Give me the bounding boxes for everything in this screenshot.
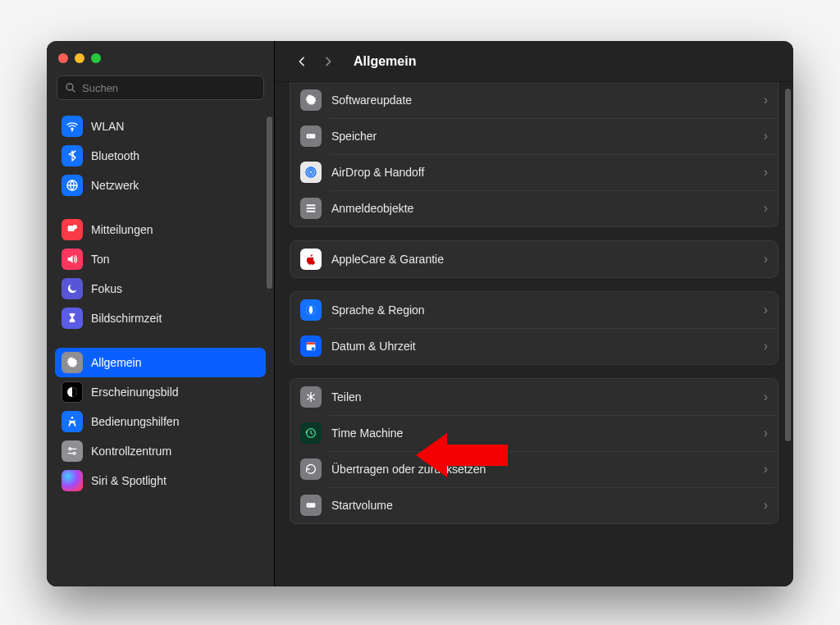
search-icon bbox=[64, 81, 77, 94]
content-scrollbar[interactable] bbox=[785, 89, 791, 441]
moon-icon bbox=[62, 278, 83, 299]
close-window-button[interactable] bbox=[58, 53, 68, 63]
hourglass-icon bbox=[62, 308, 83, 329]
settings-row--bertragen-oder-zur-cksetzen[interactable]: Übertragen oder zurücksetzen› bbox=[290, 451, 778, 487]
settings-row-speicher[interactable]: Speicher› bbox=[290, 118, 778, 154]
svg-rect-29 bbox=[307, 503, 316, 507]
minimize-window-button[interactable] bbox=[75, 53, 84, 63]
svg-point-8 bbox=[71, 417, 74, 419]
main-panel: Allgemein Softwareupdate›Speicher›AirDro… bbox=[275, 41, 793, 586]
settings-row-softwareupdate[interactable]: Softwareupdate› bbox=[290, 82, 778, 118]
cc-icon bbox=[62, 440, 83, 462]
svg-rect-22 bbox=[307, 211, 316, 212]
settings-section: Softwareupdate›Speicher›AirDrop & Handof… bbox=[290, 82, 778, 227]
main-header: Allgemein bbox=[275, 41, 793, 82]
sidebar-item-label: WLAN bbox=[91, 120, 124, 133]
settings-row-label: Übertragen oder zurücksetzen bbox=[331, 463, 486, 476]
sidebar-item-label: Bedienungshilfen bbox=[91, 415, 179, 428]
settings-section: Sprache & Region›Datum & Uhrzeit› bbox=[290, 291, 778, 365]
sidebar-item-label: Mitteilungen bbox=[91, 223, 153, 236]
settings-row-datum-uhrzeit[interactable]: Datum & Uhrzeit› bbox=[290, 328, 778, 364]
share-icon bbox=[300, 386, 322, 408]
svg-point-26 bbox=[312, 347, 315, 350]
svg-point-27 bbox=[309, 395, 313, 399]
settings-row-airdrop-handoff[interactable]: AirDrop & Handoff› bbox=[290, 154, 778, 190]
zoom-window-button[interactable] bbox=[91, 53, 101, 63]
sidebar-item-wlan[interactable]: WLAN bbox=[55, 112, 266, 141]
tm-icon bbox=[300, 422, 322, 444]
settings-row-label: Anmeldeobjekte bbox=[331, 202, 413, 215]
sidebar-item-kontrollzentrum[interactable]: Kontrollzentrum bbox=[55, 436, 266, 466]
sidebar-item-netzwerk[interactable]: Netzwerk bbox=[55, 171, 266, 200]
settings-section: Teilen›Time Machine›Übertragen oder zurü… bbox=[290, 378, 778, 524]
sidebar: WLANBluetoothNetzwerkMitteilungenTonFoku… bbox=[47, 41, 275, 586]
sidebar-item-label: Bluetooth bbox=[91, 149, 139, 162]
chevron-right-icon: › bbox=[764, 129, 768, 144]
cal-icon bbox=[300, 335, 322, 357]
sidebar-item-allgemein[interactable]: Allgemein bbox=[55, 348, 266, 377]
sidebar-item-fokus[interactable]: Fokus bbox=[55, 274, 266, 303]
svg-point-16 bbox=[308, 135, 309, 136]
sidebar-item-label: Erscheinungsbild bbox=[91, 385, 179, 399]
settings-window: WLANBluetoothNetzwerkMitteilungenTonFoku… bbox=[47, 41, 793, 586]
svg-line-1 bbox=[72, 89, 75, 92]
sidebar-item-bluetooth[interactable]: Bluetooth bbox=[55, 141, 266, 171]
svg-rect-21 bbox=[307, 208, 316, 209]
back-button[interactable] bbox=[291, 49, 313, 74]
svg-rect-20 bbox=[307, 204, 316, 206]
chevron-right-icon: › bbox=[764, 201, 768, 216]
svg-point-0 bbox=[66, 84, 73, 90]
sidebar-item-label: Siri & Spotlight bbox=[91, 474, 167, 487]
list-icon bbox=[300, 198, 322, 219]
settings-row-teilen[interactable]: Teilen› bbox=[290, 379, 778, 415]
search-field[interactable] bbox=[57, 75, 264, 100]
airdrop-icon bbox=[300, 162, 322, 183]
settings-row-startvolume[interactable]: Startvolume› bbox=[290, 487, 778, 523]
sound-icon bbox=[62, 249, 83, 270]
search-input[interactable] bbox=[82, 82, 257, 94]
sidebar-item-mitteilungen[interactable]: Mitteilungen bbox=[55, 215, 266, 244]
svg-rect-25 bbox=[307, 342, 316, 344]
disk-icon bbox=[300, 495, 322, 516]
apple-icon bbox=[300, 249, 322, 270]
svg-point-2 bbox=[71, 130, 72, 130]
settings-row-sprache-region[interactable]: Sprache & Region› bbox=[290, 292, 778, 328]
settings-row-label: Time Machine bbox=[331, 427, 403, 440]
sidebar-item-bildschirmzeit[interactable]: Bildschirmzeit bbox=[55, 303, 266, 333]
reset-icon bbox=[300, 458, 322, 480]
gear-icon bbox=[300, 89, 322, 111]
svg-point-13 bbox=[67, 476, 77, 486]
settings-row-label: Sprache & Region bbox=[331, 303, 425, 317]
access-icon bbox=[62, 411, 83, 432]
chevron-right-icon: › bbox=[764, 339, 768, 354]
chevron-right-icon: › bbox=[764, 426, 768, 440]
chevron-right-icon: › bbox=[764, 165, 768, 180]
settings-row-label: AppleCare & Garantie bbox=[331, 253, 444, 266]
sidebar-item-ton[interactable]: Ton bbox=[55, 244, 266, 274]
svg-point-18 bbox=[308, 169, 314, 176]
titlebar bbox=[47, 41, 274, 75]
chevron-right-icon: › bbox=[764, 93, 768, 107]
settings-row-time-machine[interactable]: Time Machine› bbox=[290, 415, 778, 451]
sidebar-item-erscheinungsbild[interactable]: Erscheinungsbild bbox=[55, 377, 266, 407]
svg-point-11 bbox=[73, 452, 75, 454]
settings-row-label: Startvolume bbox=[331, 499, 393, 512]
settings-row-label: AirDrop & Handoff bbox=[331, 166, 424, 179]
sidebar-item-label: Bildschirmzeit bbox=[91, 312, 162, 325]
settings-row-anmeldeobjekte[interactable]: Anmeldeobjekte› bbox=[290, 190, 778, 226]
chevron-right-icon: › bbox=[764, 252, 768, 267]
disk-icon bbox=[300, 125, 322, 147]
svg-point-30 bbox=[308, 504, 309, 505]
sidebar-scrollbar[interactable] bbox=[267, 116, 272, 289]
bt-icon bbox=[62, 145, 83, 167]
settings-row-applecare-garantie[interactable]: AppleCare & Garantie› bbox=[290, 241, 778, 277]
settings-row-label: Speicher bbox=[331, 130, 377, 143]
svg-point-17 bbox=[309, 171, 313, 174]
settings-row-label: Datum & Uhrzeit bbox=[331, 340, 416, 353]
sidebar-item-siri-spotlight[interactable]: Siri & Spotlight bbox=[55, 466, 266, 495]
sidebar-item-bedienungshilfen[interactable]: Bedienungshilfen bbox=[55, 407, 266, 436]
sidebar-item-label: Ton bbox=[91, 253, 110, 266]
settings-row-label: Softwareupdate bbox=[331, 94, 412, 107]
forward-button[interactable] bbox=[317, 49, 339, 74]
svg-point-9 bbox=[69, 448, 71, 450]
